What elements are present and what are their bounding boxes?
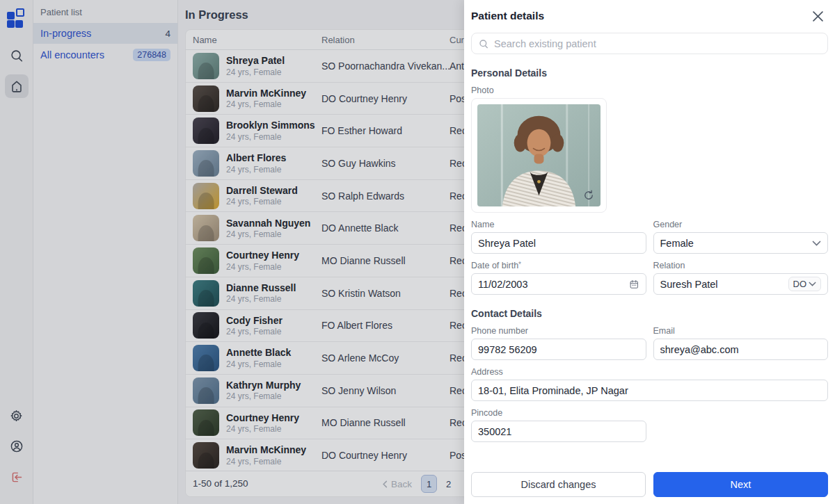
in-progress-count: 4 [165,29,170,39]
patient-avatar [193,117,219,144]
patient-name: Marvin McKinney [226,444,306,457]
patient-relation: MO Dianne Russell [321,417,450,428]
chevron-down-icon [809,282,816,286]
photo-label: Photo [471,86,828,95]
phone-field[interactable] [478,344,639,355]
patient-name: Dianne Russell [226,282,296,295]
patient-name-cell: Savannah Nguyen 24 yrs, Female [193,215,321,241]
patient-relation: SO Poornachandra Vivekan... [321,60,450,72]
next-button[interactable]: Next [653,472,828,497]
patient-name: Kathryn Murphy [226,380,301,392]
nav-item-label: All encounters [40,49,104,60]
relation-code-select[interactable]: DO [788,277,822,291]
refresh-photo-icon[interactable] [581,188,596,203]
app-window: Patient list In-progress 4 All encounter… [0,0,835,504]
app-logo [7,8,26,27]
patient-photo-box [471,98,607,213]
patient-relation: DO Courtney Henry [321,450,450,461]
page-button-2[interactable]: 2 [440,475,456,493]
patient-relation: DO Courtney Henry [321,93,450,104]
patient-name-cell: Dianne Russell 24 yrs, Female [193,280,321,307]
patient-list-panel: Patient list In-progress 4 All encounter… [33,0,178,504]
patient-name: Cody Fisher [226,315,283,327]
calendar-icon[interactable] [629,279,639,290]
close-icon[interactable] [810,8,825,24]
search-icon[interactable] [5,44,29,67]
relation-field-wrap: Suresh Patel DO [653,273,829,295]
patient-details-drawer: Patient details Personal Details Photo [464,0,835,504]
name-field[interactable] [478,238,639,249]
email-label: Email [653,326,829,336]
patient-avatar [193,247,219,274]
pagination-back-button[interactable]: Back [382,479,412,489]
nav-item-label: In-progress [40,28,91,39]
patient-meta: 24 yrs, Female [226,197,298,206]
patient-relation: SO Arlene McCoy [321,352,450,364]
chevron-down-icon [812,241,821,246]
settings-gear-icon[interactable] [5,404,29,428]
logout-icon[interactable] [5,465,29,489]
patient-meta: 24 yrs, Female [226,294,296,304]
patient-name-cell: Marvin McKinney 24 yrs, Female [193,442,321,469]
patient-meta: 24 yrs, Female [226,327,283,336]
account-icon[interactable] [5,434,29,458]
patient-name-cell: Darrell Steward 24 yrs, Female [193,183,321,209]
nav-item-all-encounters[interactable]: All encounters 276848 [33,44,177,66]
patient-name-cell: Shreya Patel 24 yrs, Female [193,53,321,79]
patient-photo [477,104,601,206]
page-button-1[interactable]: 1 [421,475,437,493]
patient-avatar [193,183,219,209]
patient-name: Marvin McKinney [226,88,306,100]
patient-name-cell: Marvin McKinney 24 yrs, Female [193,86,321,112]
search-existing-patient-box [471,33,828,54]
patient-avatar [193,215,219,241]
patient-name-cell: Courtney Henry 24 yrs, Female [193,409,321,436]
pagination-range: 1-50 of 1,250 [193,478,248,489]
discard-changes-button[interactable]: Discard changes [471,472,646,497]
dob-label: Date of birth* [471,261,646,270]
gender-label: Gender [653,220,829,229]
pagination-controls: Back 1 2 3 [382,475,476,493]
email-field[interactable] [660,344,822,355]
relation-value[interactable]: Suresh Patel [660,279,784,290]
patient-name: Savannah Nguyen [226,218,310,230]
patient-avatar [193,377,219,404]
patient-avatar [193,53,219,79]
column-header-relation: Relation [321,35,450,45]
pincode-field[interactable] [478,426,639,437]
patient-relation: FO Esther Howard [321,125,450,136]
patient-name: Courtney Henry [226,250,299,262]
email-field-wrap [653,339,829,360]
patient-relation: SO Jenny Wilson [321,385,450,396]
patient-name: Albert Flores [226,152,286,165]
patient-relation: SO Guy Hawkins [321,158,450,169]
gender-select[interactable]: Female [653,232,829,254]
dob-field[interactable] [478,279,625,290]
chevron-left-icon [382,480,388,488]
gender-value: Female [660,238,809,249]
patient-avatar [193,150,219,177]
phone-label: Phone number [471,326,646,336]
patient-avatar [193,86,219,112]
patient-name-cell: Cody Fisher 24 yrs, Female [193,312,321,339]
patient-name: Annette Black [226,347,291,359]
patient-name-cell: Annette Black 24 yrs, Female [193,345,321,371]
patient-meta: 24 yrs, Female [226,391,301,401]
address-field[interactable] [478,385,821,396]
address-field-wrap [471,380,828,401]
patient-meta: 24 yrs, Female [226,99,306,109]
search-existing-patient-input[interactable] [494,38,821,49]
pincode-field-wrap [471,421,646,442]
patient-name-cell: Courtney Henry 24 yrs, Female [193,247,321,274]
home-icon[interactable] [5,74,29,98]
patient-meta: 24 yrs, Female [226,229,310,239]
nav-item-in-progress[interactable]: In-progress 4 [33,23,177,44]
patient-relation: SO Kristin Watson [321,288,450,299]
patient-avatar [193,442,219,469]
patient-meta: 24 yrs, Female [226,165,286,174]
patient-relation: FO Albert Flores [321,320,450,331]
pincode-label: Pincode [471,408,646,418]
patient-name: Shreya Patel [226,55,285,67]
patient-meta: 24 yrs, Female [226,262,299,272]
patient-avatar [193,280,219,307]
